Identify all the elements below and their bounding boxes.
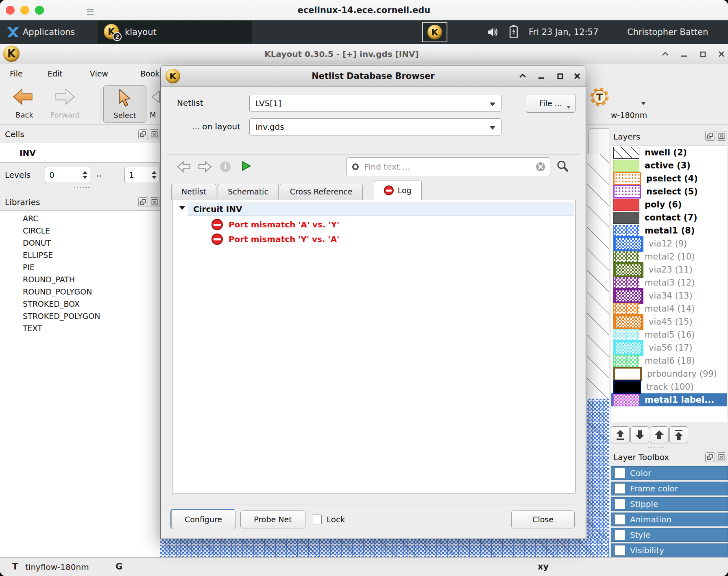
battery-icon[interactable]	[509, 25, 518, 38]
layer-row[interactable]: contact (7)	[611, 211, 727, 224]
layer-toolbox-close-button[interactable]	[717, 452, 726, 462]
library-item[interactable]: TEXT	[0, 322, 160, 334]
log-error-row[interactable]: Port mismatch 'A' vs. 'Y'	[211, 218, 537, 231]
libraries-close-button[interactable]	[150, 197, 159, 207]
close-button[interactable]: Close	[511, 511, 575, 528]
layer-row[interactable]: metal4 (14)	[611, 302, 727, 315]
toolbox-row-visibility[interactable]: Visibility	[611, 543, 728, 557]
layer-swatch[interactable]	[613, 172, 641, 185]
layout-canvas[interactable]	[587, 154, 609, 399]
layer-row[interactable]: metal2 (10)	[611, 250, 727, 263]
tab-schematic[interactable]: Schematic	[218, 184, 279, 200]
frame-color-checkbox[interactable]	[615, 483, 625, 494]
log-error-row[interactable]: Port mismatch 'Y' vs. 'A'	[211, 233, 537, 246]
search-input[interactable]	[364, 161, 532, 172]
menu-file[interactable]: File	[10, 64, 23, 83]
log-forward-button[interactable]	[198, 161, 212, 174]
menu-edit[interactable]: Edit	[48, 64, 63, 83]
layout-view-tab-sliver[interactable]	[589, 128, 609, 154]
layer-swatch[interactable]	[613, 288, 643, 304]
layer-row[interactable]: track (100)	[611, 380, 727, 393]
library-item[interactable]: PIE	[0, 261, 160, 273]
layer-row[interactable]: metal6 (18)	[611, 354, 727, 367]
window-minimize-button[interactable]	[678, 48, 690, 60]
layer-swatch[interactable]	[613, 185, 641, 199]
window-maximize-button[interactable]	[697, 48, 708, 60]
libraries-float-button[interactable]	[138, 197, 148, 207]
status-grid-badge[interactable]: G	[116, 562, 122, 572]
layer-swatch[interactable]	[613, 251, 639, 263]
library-item[interactable]: DONUT	[0, 237, 160, 249]
stipple-checkbox[interactable]	[615, 499, 625, 509]
cells-float-button[interactable]	[138, 129, 148, 139]
lock-checkbox[interactable]	[312, 515, 322, 524]
layer-row[interactable]: poly (6)	[611, 198, 727, 211]
panel-drag-handle[interactable]	[73, 186, 91, 189]
applications-menu[interactable]: Applications	[23, 20, 75, 44]
layer-swatch[interactable]	[613, 340, 643, 356]
log-back-button[interactable]	[177, 161, 191, 174]
technology-gear-icon[interactable]: T	[588, 85, 611, 108]
technology-dropdown-arrow[interactable]	[641, 102, 646, 105]
layer-row[interactable]: metal1 (8)	[611, 224, 727, 237]
layer-row[interactable]: via23 (11)	[611, 263, 727, 276]
style-checkbox[interactable]	[615, 530, 625, 540]
library-item[interactable]: STROKED_POLYGON	[0, 310, 160, 322]
layout-combobox[interactable]: inv.gds	[249, 118, 501, 135]
level-from-spinner[interactable]: 0	[45, 167, 90, 183]
forward-button[interactable]: Forward	[46, 85, 85, 123]
toolbox-row-style[interactable]: Style	[611, 528, 728, 542]
expander-arrow-icon[interactable]	[179, 206, 185, 210]
tab-cross-reference[interactable]: Cross Reference	[280, 184, 363, 200]
select-tool-button[interactable]: Select	[103, 85, 146, 123]
layer-row[interactable]: via45 (15)	[611, 315, 727, 328]
dialog-minimize-button[interactable]	[536, 70, 547, 82]
layer-row-selected[interactable]: metal1 label...	[611, 393, 727, 406]
layout-canvas[interactable]	[587, 399, 609, 539]
layer-swatch[interactable]	[613, 394, 639, 406]
spinner-arrows-icon[interactable]	[80, 167, 90, 183]
library-item[interactable]: ARC	[0, 212, 160, 225]
applications-menu-icon[interactable]	[7, 26, 20, 38]
dialog-close-button[interactable]	[571, 70, 583, 82]
layer-swatch[interactable]	[613, 236, 643, 252]
layers-close-button[interactable]	[717, 131, 726, 141]
library-item[interactable]: ROUND_POLYGON	[0, 286, 160, 298]
file-button[interactable]: File ...	[526, 94, 575, 113]
configure-button[interactable]: Configure	[171, 510, 235, 529]
layer-toolbox-float-button[interactable]	[705, 452, 715, 462]
layer-move-down-button[interactable]	[630, 426, 649, 443]
layer-row[interactable]: metal5 (16)	[611, 328, 727, 341]
layer-row[interactable]: active (3)	[611, 159, 727, 172]
layer-move-top-button[interactable]	[669, 426, 688, 443]
layer-swatch[interactable]	[613, 303, 639, 315]
layer-swatch[interactable]	[613, 212, 639, 224]
settings-gear-icon[interactable]	[351, 162, 360, 172]
back-button[interactable]: Back	[7, 85, 42, 123]
layer-swatch[interactable]	[613, 355, 639, 367]
run-button[interactable]	[240, 160, 253, 173]
taskbar-task-klayout[interactable]: K 2 klayout	[98, 21, 252, 44]
layer-row[interactable]: prboundary (99)	[611, 367, 727, 380]
layer-row[interactable]: metal3 (12)	[611, 276, 727, 289]
layer-row[interactable]: via34 (13)	[611, 289, 727, 302]
color-checkbox[interactable]	[615, 468, 625, 478]
layer-swatch[interactable]	[613, 199, 639, 211]
library-item[interactable]: CIRCLE	[0, 225, 160, 237]
taskbar-clock[interactable]: Fri 23 Jan, 12:57	[529, 20, 598, 44]
layer-swatch[interactable]	[613, 225, 639, 237]
layer-row[interactable]: nselect (5)	[611, 185, 727, 198]
library-item[interactable]: ELLIPSE	[0, 249, 160, 261]
dialog-maximize-button[interactable]	[554, 70, 566, 82]
dialog-shade-button[interactable]	[517, 70, 528, 82]
cell-item-inv[interactable]: INV	[20, 143, 36, 163]
cells-close-button[interactable]	[150, 129, 159, 139]
layer-row[interactable]: pselect (4)	[611, 172, 727, 185]
volume-icon[interactable]	[487, 26, 499, 38]
probe-net-button[interactable]: Probe Net	[240, 511, 305, 528]
window-close-button[interactable]	[716, 48, 727, 60]
tab-log[interactable]: Log	[374, 181, 422, 200]
spinner-arrows-icon[interactable]	[149, 167, 159, 183]
library-item[interactable]: ROUND_PATH	[0, 273, 160, 286]
layer-swatch[interactable]	[613, 147, 639, 159]
